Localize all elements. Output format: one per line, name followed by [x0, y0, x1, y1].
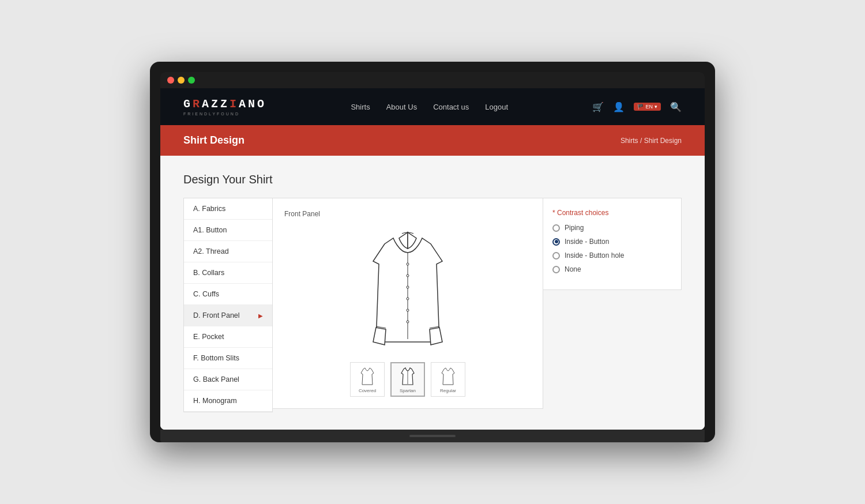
main-content: Design Your Shirt A. Fabrics A1. Button — [160, 156, 705, 430]
nav-icons: 🛒 👤 🏴 EN ▾ 🔍 — [592, 101, 682, 112]
svg-point-5 — [407, 309, 409, 311]
center-panel: Front Panel — [273, 198, 543, 409]
nav-link-shirts[interactable]: Shirts — [351, 103, 370, 111]
thumbnail-regular[interactable]: Regular — [431, 362, 465, 397]
logo-area: GRAZZIANO FRIENDLYFOUND — [183, 97, 266, 116]
nav-links: Shirts About Us Contact us Logout — [351, 103, 508, 111]
laptop-wrapper: GRAZZIANO FRIENDLYFOUND Shirts About Us … — [150, 62, 715, 442]
thumbnail-row: Covered Spartan — [350, 362, 465, 397]
sidebar-menu: A. Fabrics A1. Button A2. Thread B. Coll… — [183, 198, 273, 412]
radio-inside-button[interactable]: Inside - Button — [552, 238, 672, 246]
svg-point-2 — [407, 274, 409, 277]
thumbnail-regular-label: Regular — [440, 388, 456, 393]
radio-piping-circle — [552, 224, 560, 232]
sidebar-item-fabrics[interactable]: A. Fabrics — [184, 198, 272, 220]
radio-inside-buttonhole[interactable]: Inside - Button hole — [552, 251, 672, 259]
radio-inside-button-dot — [555, 240, 558, 243]
breadcrumb-current: Shirt Design — [644, 137, 682, 145]
laptop-screen: GRAZZIANO FRIENDLYFOUND Shirts About Us … — [160, 72, 705, 430]
panel-label: Front Panel — [284, 210, 320, 218]
radio-piping[interactable]: Piping — [552, 224, 672, 232]
radio-piping-label: Piping — [565, 224, 584, 232]
radio-inside-buttonhole-circle — [552, 252, 560, 259]
traffic-light-green[interactable] — [188, 77, 195, 84]
breadcrumb-home[interactable]: Shirts — [620, 137, 638, 145]
nav-link-contact[interactable]: Contact us — [433, 103, 469, 111]
contrast-required-mark: * — [552, 209, 555, 217]
radio-inside-button-circle — [552, 238, 560, 246]
logo-text: GRAZZIANO — [183, 97, 266, 111]
browser-content: GRAZZIANO FRIENDLYFOUND Shirts About Us … — [160, 88, 705, 430]
thumbnail-covered[interactable]: Covered — [350, 362, 385, 397]
sidebar-item-monogram[interactable]: H. Monogram — [184, 390, 272, 412]
page-title: Shirt Design — [183, 134, 245, 146]
nav-link-about[interactable]: About Us — [386, 103, 417, 111]
search-icon[interactable]: 🔍 — [670, 101, 682, 112]
radio-inside-buttonhole-label: Inside - Button hole — [565, 251, 624, 259]
contrast-title: * Contrast choices — [552, 209, 672, 217]
thumbnail-covered-label: Covered — [359, 388, 376, 393]
logo-tagline: FRIENDLYFOUND — [183, 112, 240, 116]
laptop-base — [160, 430, 705, 442]
design-layout: A. Fabrics A1. Button A2. Thread B. Coll… — [183, 198, 682, 412]
laptop-body: GRAZZIANO FRIENDLYFOUND Shirts About Us … — [150, 62, 715, 442]
sidebar-item-collars[interactable]: B. Collars — [184, 262, 272, 284]
radio-none-circle — [552, 266, 560, 273]
laptop-base-notch — [409, 435, 456, 437]
right-panel: * Contrast choices Piping — [543, 198, 682, 290]
design-title: Design Your Shirt — [183, 173, 682, 186]
sidebar-item-front-panel[interactable]: D. Front Panel ▶ — [184, 305, 272, 326]
shirt-svg — [356, 224, 460, 351]
breadcrumb-separator: / — [640, 137, 644, 145]
svg-point-6 — [407, 321, 409, 323]
sidebar-item-button[interactable]: A1. Button — [184, 220, 272, 241]
sidebar-arrow-icon: ▶ — [258, 313, 263, 319]
sidebar-item-cuffs[interactable]: C. Cuffs — [184, 284, 272, 305]
user-icon[interactable]: 👤 — [613, 101, 625, 112]
page-header: Shirt Design Shirts / Shirt Design — [160, 125, 705, 156]
traffic-light-yellow[interactable] — [178, 77, 185, 84]
nav-link-logout[interactable]: Logout — [485, 103, 508, 111]
svg-point-1 — [407, 263, 409, 265]
sidebar-item-pocket[interactable]: E. Pocket — [184, 326, 272, 348]
language-selector[interactable]: 🏴 EN ▾ — [634, 103, 661, 111]
sidebar-item-bottom-slits[interactable]: F. Bottom Slits — [184, 348, 272, 369]
breadcrumb: Shirts / Shirt Design — [620, 137, 682, 145]
sidebar-item-back-panel[interactable]: G. Back Panel — [184, 369, 272, 390]
traffic-light-red[interactable] — [167, 77, 174, 84]
svg-point-4 — [407, 298, 409, 300]
radio-none-label: None — [565, 265, 581, 273]
thumbnail-spartan[interactable]: Spartan — [390, 362, 425, 397]
radio-inside-button-label: Inside - Button — [565, 238, 609, 246]
sidebar-item-thread[interactable]: A2. Thread — [184, 241, 272, 262]
navbar: GRAZZIANO FRIENDLYFOUND Shirts About Us … — [160, 88, 705, 125]
thumbnail-spartan-label: Spartan — [400, 388, 416, 393]
radio-none[interactable]: None — [552, 265, 672, 273]
cart-icon[interactable]: 🛒 — [592, 101, 604, 112]
traffic-lights-bar — [160, 72, 705, 88]
svg-point-3 — [407, 286, 409, 288]
